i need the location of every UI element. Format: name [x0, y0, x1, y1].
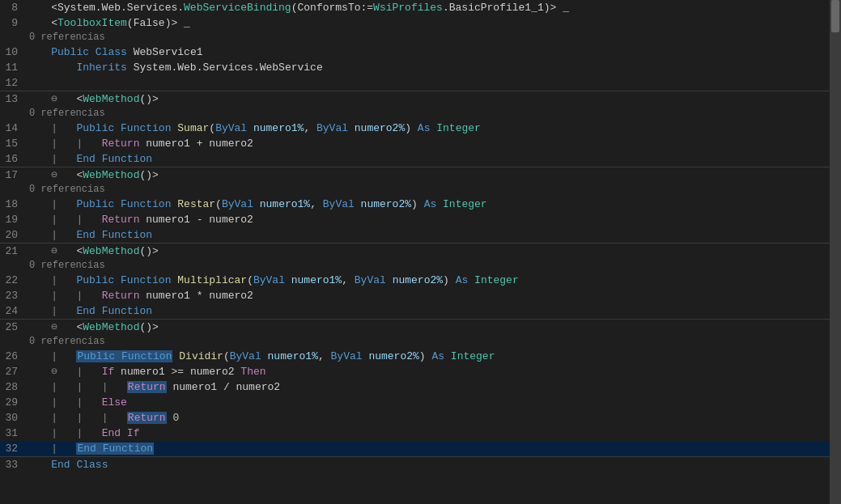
line-number-29: 29 [0, 395, 26, 410]
code-line-23: 23 | | Return numero1 * numero2 [0, 288, 830, 303]
ref-line-2: 0 referencias [0, 107, 830, 121]
line-content-16: | End Function [26, 151, 152, 167]
editor: 8 <System.Web.Services.WebServiceBinding… [0, 0, 841, 504]
line-content-9: <ToolboxItem(False)> _ [26, 15, 190, 31]
code-line-29: 29 | | Else [0, 395, 830, 410]
line-number-23: 23 [0, 288, 26, 303]
ref-text-3: 0 referencias [29, 183, 105, 197]
code-line-12: 12 [0, 75, 830, 91]
line-number-16: 16 [0, 151, 26, 167]
line-number-28: 28 [0, 379, 26, 395]
line-content-10: Public Class WebService1 [26, 44, 203, 60]
ref-indent-5 [3, 335, 29, 349]
line-content-24: | End Function [26, 303, 152, 319]
line-number-10: 10 [0, 44, 26, 60]
scrollbar-thumb[interactable] [831, 0, 839, 32]
code-line-24: 24 | End Function [0, 303, 830, 320]
code-line-19: 19 | | Return numero1 - numero2 [0, 212, 830, 227]
code-line-33: 33 End Class [0, 457, 830, 472]
line-content-20: | End Function [26, 227, 152, 243]
line-content-13: ⊖ <WebMethod()> [26, 91, 159, 107]
line-content-30: | | | Return 0 [26, 410, 179, 426]
ref-indent [3, 31, 29, 44]
line-content-33: End Class [26, 457, 108, 472]
line-number-11: 11 [0, 60, 26, 75]
line-content-32: | End Function [26, 441, 154, 456]
line-number-21: 21 [0, 244, 26, 259]
line-number-12: 12 [0, 75, 26, 91]
line-content-27: ⊖ | If numero1 >= numero2 Then [26, 364, 266, 379]
code-line-27: 27 ⊖ | If numero1 >= numero2 Then [0, 364, 830, 379]
ref-line-4: 0 referencias [0, 259, 830, 273]
code-line-8: 8 <System.Web.Services.WebServiceBinding… [0, 0, 830, 15]
line-number-32: 32 [0, 441, 26, 456]
line-number-14: 14 [0, 121, 26, 136]
line-number-18: 18 [0, 197, 26, 212]
line-content-26: | Public Function Dividir(ByVal numero1%… [26, 349, 495, 364]
code-line-15: 15 | | Return numero1 + numero2 [0, 136, 830, 151]
line-content-29: | | Else [26, 395, 127, 410]
line-number-17: 17 [0, 167, 26, 183]
code-line-21: 21 ⊖ <WebMethod()> [0, 244, 830, 259]
code-line-14: 14 | Public Function Sumar(ByVal numero1… [0, 121, 830, 136]
line-number-27: 27 [0, 364, 26, 379]
code-line-13: 13 ⊖ <WebMethod()> [0, 91, 830, 107]
line-content-17: ⊖ <WebMethod()> [26, 167, 159, 183]
ref-text-5: 0 referencias [29, 335, 105, 349]
code-line-25: 25 ⊖ <WebMethod()> [0, 320, 830, 335]
line-content-25: ⊖ <WebMethod()> [26, 320, 159, 335]
line-number-13: 13 [0, 91, 26, 107]
line-content-22: | Public Function Multiplicar(ByVal nume… [26, 273, 519, 288]
code-line-9: 9 <ToolboxItem(False)> _ [0, 15, 830, 31]
line-content-8: <System.Web.Services.WebServiceBinding(C… [26, 0, 569, 15]
ref-indent-3 [3, 183, 29, 197]
line-content-28: | | | Return numero1 / numero2 [26, 379, 280, 395]
line-number-22: 22 [0, 273, 26, 288]
line-content-18: | Public Function Restar(ByVal numero1%,… [26, 197, 487, 212]
line-number-15: 15 [0, 136, 26, 151]
line-content-14: | Public Function Sumar(ByVal numero1%, … [26, 121, 481, 136]
line-number-19: 19 [0, 212, 26, 227]
line-content-11: Inherits System.Web.Services.WebService [26, 60, 323, 75]
line-content-21: ⊖ <WebMethod()> [26, 244, 159, 259]
line-number-33: 33 [0, 457, 26, 472]
line-number-24: 24 [0, 303, 26, 319]
line-number-8: 8 [0, 0, 26, 15]
line-number-25: 25 [0, 320, 26, 335]
ref-line-5: 0 referencias [0, 335, 830, 349]
line-number-20: 20 [0, 227, 26, 243]
code-line-20: 20 | End Function [0, 227, 830, 244]
ref-line-3: 0 referencias [0, 183, 830, 197]
ref-text-1: 0 referencias [29, 31, 105, 44]
line-content-31: | | End If [26, 426, 139, 441]
code-area[interactable]: 8 <System.Web.Services.WebServiceBinding… [0, 0, 830, 504]
code-line-32: 32 | End Function [0, 441, 830, 457]
ref-line-1: 0 referencias [0, 31, 830, 44]
code-line-11: 11 Inherits System.Web.Services.WebServi… [0, 60, 830, 75]
code-line-31: 31 | | End If [0, 426, 830, 441]
ref-indent-4 [3, 259, 29, 273]
line-number-31: 31 [0, 426, 26, 441]
code-line-10: 10 Public Class WebService1 [0, 44, 830, 60]
code-line-28: 28 | | | Return numero1 / numero2 [0, 379, 830, 395]
ref-indent-2 [3, 107, 29, 121]
line-number-30: 30 [0, 410, 26, 426]
line-content-19: | | Return numero1 - numero2 [26, 212, 253, 227]
code-line-30: 30 | | | Return 0 [0, 410, 830, 426]
line-number-9: 9 [0, 15, 26, 31]
code-line-18: 18 | Public Function Restar(ByVal numero… [0, 197, 830, 212]
line-content-15: | | Return numero1 + numero2 [26, 136, 253, 151]
line-number-26: 26 [0, 349, 26, 364]
code-line-22: 22 | Public Function Multiplicar(ByVal n… [0, 273, 830, 288]
line-content-23: | | Return numero1 * numero2 [26, 288, 253, 303]
code-lines: 8 <System.Web.Services.WebServiceBinding… [0, 0, 830, 472]
ref-text-4: 0 referencias [29, 259, 105, 273]
code-line-16: 16 | End Function [0, 151, 830, 167]
ref-text-2: 0 referencias [29, 107, 105, 121]
code-line-26: 26 | Public Function Dividir(ByVal numer… [0, 349, 830, 364]
scrollbar-track[interactable] [830, 0, 841, 504]
code-line-17: 17 ⊖ <WebMethod()> [0, 167, 830, 183]
